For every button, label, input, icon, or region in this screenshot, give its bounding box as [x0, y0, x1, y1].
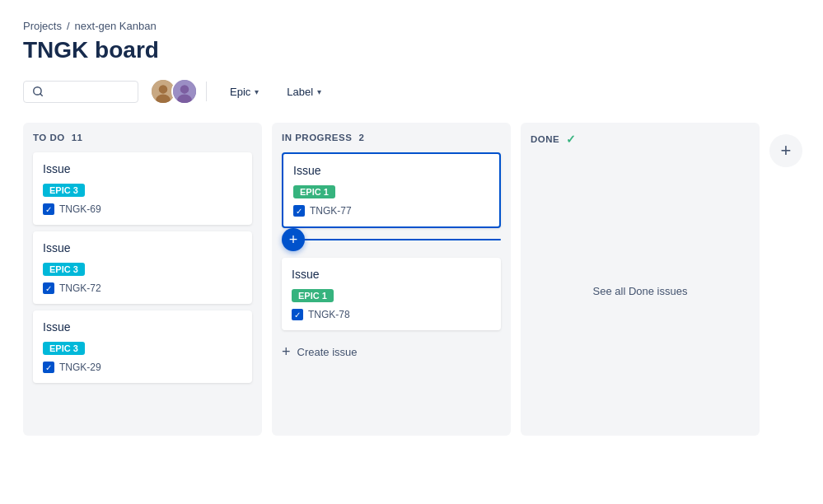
column-inprogress-header: IN PROGRESS 2 [282, 133, 501, 142]
card-tngk-29-key: TNGK-29 [59, 362, 101, 373]
toolbar-divider [206, 82, 207, 101]
card-tngk-69-title: Issue [43, 162, 242, 175]
avatar-group [150, 78, 193, 105]
card-tngk-72-title: Issue [43, 241, 242, 254]
label-filter-label: Label [287, 86, 313, 98]
add-column-button[interactable]: + [769, 134, 802, 167]
column-todo-header: TO DO 11 [33, 133, 252, 142]
avatar-2-img [173, 78, 196, 105]
card-tngk-77[interactable]: Issue EPIC 1 TNGK-77 [282, 152, 501, 228]
add-between-button[interactable]: + [282, 228, 305, 251]
label-filter-button[interactable]: Label ▾ [277, 82, 331, 102]
card-tngk-77-key: TNGK-77 [310, 205, 352, 217]
search-input[interactable] [49, 86, 129, 98]
card-tngk-29-checkbox [43, 362, 54, 373]
page-title: TNGK board [23, 37, 800, 63]
card-tngk-77-title: Issue [293, 164, 489, 177]
card-tngk-77-meta: TNGK-77 [293, 205, 489, 217]
column-todo-title: TO DO [33, 133, 65, 142]
card-tngk-72-epic: EPIC 3 [43, 263, 85, 276]
card-tngk-69-epic: EPIC 3 [43, 184, 85, 197]
column-inprogress-title: IN PROGRESS [282, 133, 352, 142]
svg-line-1 [40, 94, 43, 96]
card-tngk-78-key: TNGK-78 [308, 309, 350, 320]
board: TO DO 11 Issue EPIC 3 TNGK-69 Issue EPIC… [23, 123, 800, 436]
card-tngk-29-title: Issue [43, 320, 242, 334]
card-tngk-29[interactable]: Issue EPIC 3 TNGK-29 [33, 310, 252, 383]
card-tngk-29-epic: EPIC 3 [43, 342, 85, 355]
see-all-done-link[interactable]: See all Done issues [531, 156, 750, 426]
column-todo-count: 11 [72, 133, 83, 142]
create-issue-label: Create issue [297, 346, 358, 358]
done-check-icon: ✓ [566, 133, 577, 146]
column-done-header: DONE ✓ [531, 133, 750, 146]
create-issue-button[interactable]: + Create issue [282, 337, 501, 364]
column-inprogress: IN PROGRESS 2 Issue EPIC 1 TNGK-77 + [272, 123, 511, 436]
breadcrumb-separator: / [67, 20, 70, 32]
add-column-icon: + [781, 140, 792, 161]
search-icon [32, 86, 44, 97]
create-issue-plus-icon: + [282, 343, 291, 361]
card-tngk-69[interactable]: Issue EPIC 3 TNGK-69 [33, 152, 252, 225]
card-tngk-29-meta: TNGK-29 [43, 362, 242, 373]
svg-point-6 [180, 85, 189, 94]
card-tngk-72[interactable]: Issue EPIC 3 TNGK-72 [33, 231, 252, 304]
avatar-2[interactable] [171, 78, 198, 105]
breadcrumb-board[interactable]: next-gen Kanban [75, 20, 157, 32]
card-tngk-72-meta: TNGK-72 [43, 282, 242, 294]
epic-filter-label: Epic [230, 86, 250, 98]
card-tngk-78-checkbox [292, 309, 303, 320]
card-tngk-69-meta: TNGK-69 [43, 203, 242, 215]
epic-filter-button[interactable]: Epic ▾ [220, 82, 269, 102]
card-tngk-72-checkbox [43, 282, 54, 294]
column-inprogress-count: 2 [358, 133, 364, 142]
card-tngk-77-checkbox [293, 205, 305, 217]
svg-point-3 [159, 85, 168, 94]
label-chevron-icon: ▾ [317, 87, 321, 96]
card-tngk-69-checkbox [43, 203, 54, 215]
epic-chevron-icon: ▾ [255, 87, 259, 96]
column-todo: TO DO 11 Issue EPIC 3 TNGK-69 Issue EPIC… [23, 123, 262, 436]
toolbar: Epic ▾ Label ▾ [23, 78, 800, 105]
page-container: Projects / next-gen Kanban TNGK board [0, 0, 823, 455]
column-done-title: DONE [531, 134, 559, 144]
card-tngk-78-title: Issue [292, 268, 491, 281]
card-tngk-77-epic: EPIC 1 [293, 185, 335, 198]
column-done: DONE ✓ See all Done issues [521, 123, 760, 436]
search-box[interactable] [23, 81, 138, 103]
card-tngk-69-key: TNGK-69 [59, 203, 101, 215]
breadcrumb-projects[interactable]: Projects [23, 20, 62, 32]
card-tngk-78-meta: TNGK-78 [292, 309, 491, 320]
card-tngk-72-key: TNGK-72 [59, 282, 101, 294]
breadcrumb: Projects / next-gen Kanban [23, 20, 800, 32]
card-tngk-78-epic: EPIC 1 [292, 289, 334, 302]
card-tngk-78[interactable]: Issue EPIC 1 TNGK-78 [282, 258, 501, 330]
